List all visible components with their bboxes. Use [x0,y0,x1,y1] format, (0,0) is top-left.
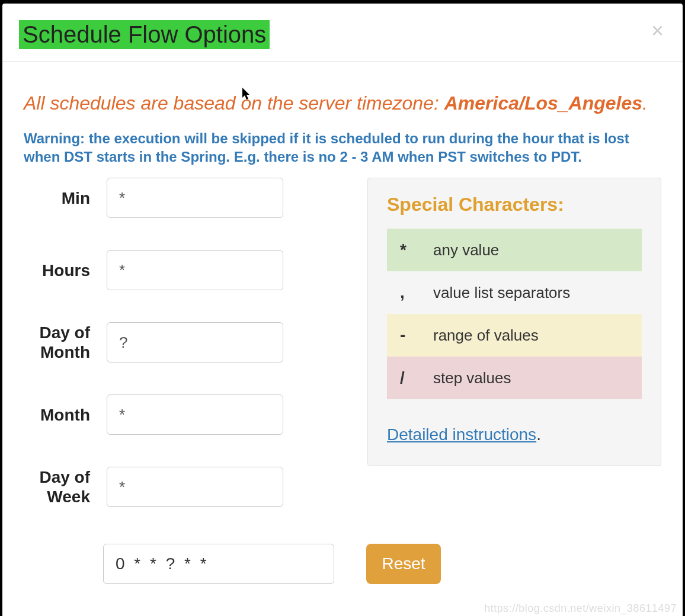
label-month: Month [24,405,107,425]
special-characters-title: Special Characters: [387,194,642,216]
detailed-instructions-link[interactable]: Detailed instructions [387,425,536,444]
timezone-prefix: All schedules are basead on the server t… [24,92,444,114]
cron-expression-input[interactable] [103,544,334,584]
input-month[interactable] [107,394,283,435]
input-min[interactable] [107,178,283,218]
cron-fields: Min Hours Day of Month Month Day of Week [24,178,332,539]
field-row-month: Month [24,394,332,435]
cron-summary-row: Reset [103,544,661,584]
label-dom: Day of Month [24,323,107,362]
special-desc: any value [433,241,499,259]
label-dow: Day of Week [24,467,107,507]
special-characters-table: * any value , value list separators - ra… [387,229,642,399]
field-row-min: Min [24,178,332,218]
special-desc: step values [433,369,511,387]
input-dow[interactable] [107,467,283,507]
special-row-asterisk: * any value [387,229,642,271]
input-hours[interactable] [107,250,283,290]
field-row-hours: Hours [24,250,332,290]
special-sym: , [400,283,433,302]
special-row-comma: , value list separators [387,271,642,314]
label-min: Min [24,188,107,208]
watermark-text: https://blog.csdn.net/weixin_38611497 [484,602,677,615]
modal-body: All schedules are basead on the server t… [2,62,683,596]
special-desc: value list separators [433,284,570,302]
special-row-slash: / step values [387,357,642,399]
modal-title: Schedule Flow Options [19,20,270,49]
special-row-dash: - range of values [387,314,642,357]
close-icon[interactable]: × [649,20,666,41]
input-dom[interactable] [107,322,283,362]
special-sym: * [400,240,433,259]
modal-header: Schedule Flow Options × [2,4,683,62]
reset-button[interactable]: Reset [366,544,441,584]
timezone-message: All schedules are basead on the server t… [24,91,661,115]
form-area: Min Hours Day of Month Month Day of Week [24,178,661,539]
dst-warning: Warning: the execution will be skipped i… [24,129,661,166]
label-hours: Hours [24,261,107,281]
special-desc: range of values [433,326,539,345]
field-row-dow: Day of Week [24,467,332,507]
field-row-dom: Day of Month [24,322,332,362]
detailed-instructions-dot: . [536,425,541,444]
detailed-instructions: Detailed instructions. [387,425,642,444]
modal-window: Schedule Flow Options × All schedules ar… [2,4,683,616]
timezone-name: America/Los_Angeles [444,92,642,114]
special-sym: / [400,368,433,387]
special-characters-panel: Special Characters: * any value , value … [367,178,661,466]
timezone-suffix: . [642,92,648,114]
special-sym: - [400,326,433,345]
